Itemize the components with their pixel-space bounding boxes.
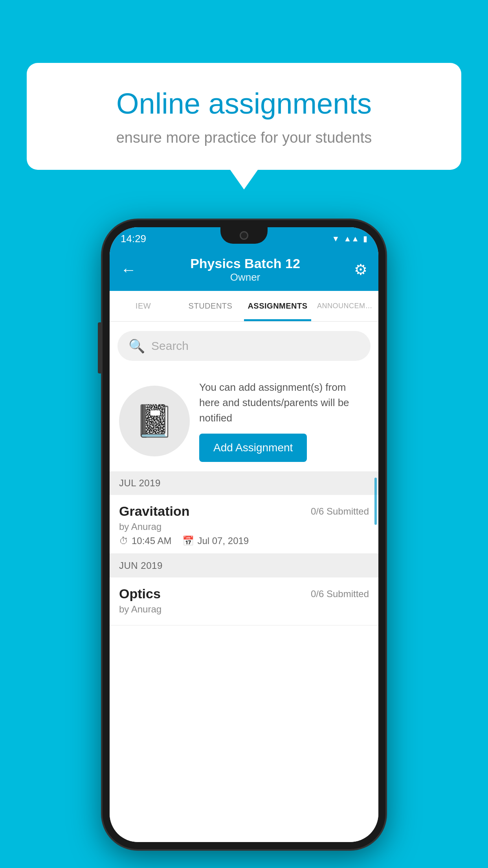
header-title-group: Physics Batch 12 Owner (190, 256, 300, 283)
settings-icon[interactable]: ⚙ (354, 261, 367, 278)
phone-outer: 14:29 ▼ ▲▲ ▮ ← Physics Batch 12 Owner ⚙ … (103, 220, 385, 849)
info-icon-circle: 📓 (119, 386, 190, 456)
assignment-submitted: 0/6 Submitted (311, 506, 369, 517)
assignment-row-optics: Optics 0/6 Submitted (119, 586, 369, 601)
assignment-time-value: 10:45 AM (132, 535, 171, 546)
tab-iew[interactable]: IEW (110, 291, 177, 321)
section-header-jul: JUL 2019 (110, 471, 378, 495)
tab-students[interactable]: STUDENTS (177, 291, 244, 321)
assignment-by-optics: by Anurag (119, 604, 369, 615)
phone-wrapper: 14:29 ▼ ▲▲ ▮ ← Physics Batch 12 Owner ⚙ … (103, 220, 385, 849)
scroll-indicator (374, 478, 377, 525)
header-title: Physics Batch 12 (190, 256, 300, 271)
notch-camera (240, 231, 248, 240)
assignment-by: by Anurag (119, 521, 369, 532)
speech-bubble-container: Online assignments ensure more practice … (27, 63, 461, 170)
assignment-row: Gravitation 0/6 Submitted (119, 504, 369, 519)
assignment-name-optics: Optics (119, 586, 161, 601)
assignment-name: Gravitation (119, 504, 189, 519)
status-icons: ▼ ▲▲ ▮ (332, 234, 367, 243)
section-header-jun: JUN 2019 (110, 554, 378, 577)
speech-bubble: Online assignments ensure more practice … (27, 63, 461, 170)
wifi-icon: ▼ (332, 234, 340, 243)
battery-icon: ▮ (363, 234, 367, 243)
notch (220, 227, 268, 244)
status-time: 14:29 (121, 233, 146, 245)
tab-assignments[interactable]: ASSIGNMENTS (244, 291, 311, 321)
assignment-item-gravitation[interactable]: Gravitation 0/6 Submitted by Anurag ⏱ 10… (110, 495, 378, 554)
search-placeholder: Search (151, 339, 189, 353)
speech-bubble-title: Online assignments (54, 86, 434, 121)
back-button[interactable]: ← (121, 261, 136, 279)
phone-screen: 14:29 ▼ ▲▲ ▮ ← Physics Batch 12 Owner ⚙ … (110, 227, 378, 842)
header-subtitle: Owner (190, 271, 300, 283)
calendar-icon: 📅 (182, 535, 194, 546)
app-header: ← Physics Batch 12 Owner ⚙ (110, 248, 378, 291)
info-panel: 📓 You can add assignment(s) from here an… (110, 370, 378, 471)
assignment-meta: ⏱ 10:45 AM 📅 Jul 07, 2019 (119, 535, 369, 546)
assignment-date-value: Jul 07, 2019 (197, 535, 249, 546)
signal-icon: ▲▲ (343, 234, 359, 243)
assignment-date: 📅 Jul 07, 2019 (182, 535, 249, 546)
speech-bubble-subtitle: ensure more practice for your students (54, 129, 434, 146)
tab-announcements[interactable]: ANNOUNCEM… (311, 291, 378, 321)
add-assignment-button[interactable]: Add Assignment (199, 434, 307, 462)
assignment-time: ⏱ 10:45 AM (119, 535, 171, 546)
search-icon: 🔍 (128, 338, 145, 354)
tabs-bar: IEW STUDENTS ASSIGNMENTS ANNOUNCEM… (110, 291, 378, 322)
assignment-item-optics[interactable]: Optics 0/6 Submitted by Anurag (110, 577, 378, 625)
search-bar[interactable]: 🔍 Search (117, 331, 371, 361)
assignment-submitted-optics: 0/6 Submitted (311, 588, 369, 600)
info-text-group: You can add assignment(s) from here and … (199, 380, 369, 462)
info-description: You can add assignment(s) from here and … (199, 380, 369, 426)
notebook-icon: 📓 (135, 403, 174, 440)
content-area: 🔍 Search 📓 You can add assignment(s) fro… (110, 322, 378, 842)
clock-icon: ⏱ (119, 535, 128, 546)
